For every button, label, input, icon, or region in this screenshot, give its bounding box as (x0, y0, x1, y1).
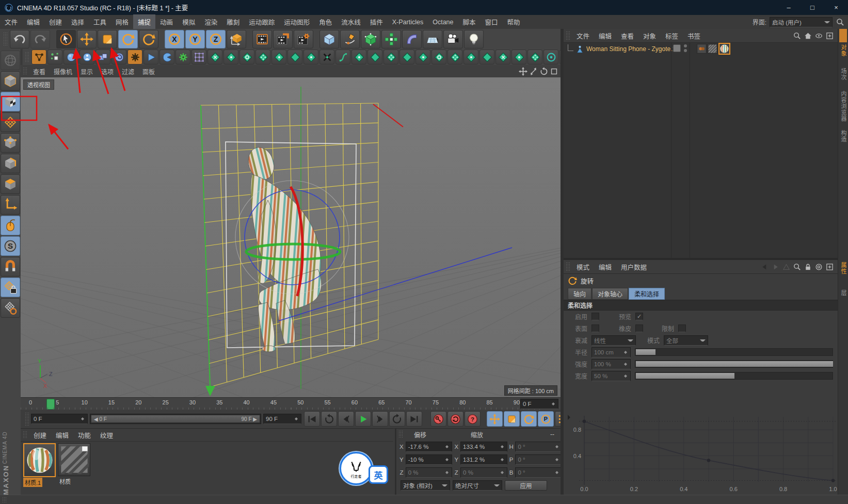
vp-menu-camera[interactable]: 摄像机 (50, 65, 76, 78)
coordinate-system-button[interactable] (227, 30, 246, 48)
xp-burst-diamond-icon3[interactable] (447, 50, 462, 64)
material-tag[interactable] (718, 43, 730, 55)
goto-next-key-button[interactable] (389, 411, 405, 427)
viewport-grip[interactable] (23, 67, 27, 76)
curve-point-end[interactable] (831, 479, 835, 482)
planar-workplane-button[interactable] (1, 298, 20, 318)
menu-file[interactable]: 文件 (0, 14, 22, 29)
menu-plugins[interactable]: 插件 (365, 14, 388, 29)
falloff-curve-graph[interactable]: 0.8 0.4 0.0 0.2 0.4 0.6 0.8 1.0 (567, 413, 837, 498)
menu-simulate[interactable]: 模拟 (178, 14, 200, 29)
tab-takes[interactable]: 场次 (839, 68, 847, 80)
snap-settings-button[interactable]: S (1, 236, 20, 256)
om-menu-bookmarks[interactable]: 书签 (683, 28, 705, 43)
subdivision-surface-button[interactable] (361, 30, 380, 48)
polygons-mode-button[interactable] (1, 174, 20, 194)
om-menu-file[interactable]: 文件 (572, 28, 594, 43)
goto-end-button[interactable] (406, 411, 422, 427)
maximize-button[interactable]: □ (801, 0, 824, 15)
target-icon[interactable] (814, 263, 823, 271)
goto-prev-key-button[interactable] (321, 411, 337, 427)
offset-x-field[interactable]: -17.6 % (406, 442, 453, 452)
render-view-button[interactable] (252, 30, 272, 48)
viewport-toggle-icon[interactable] (550, 67, 558, 76)
tooltab-soft-selection[interactable]: 柔和选择 (629, 288, 665, 300)
viewport-pan-icon[interactable] (519, 67, 527, 76)
frame-field[interactable]: 0 F (520, 399, 558, 409)
redo-button[interactable] (30, 30, 50, 48)
enable-checkbox[interactable] (591, 313, 599, 320)
om-menu-edit[interactable]: 编辑 (594, 28, 616, 43)
rotation-p-field[interactable]: 0 ° (515, 454, 562, 465)
spinner[interactable] (551, 400, 556, 408)
xp-cross-diamond-icon2[interactable] (495, 50, 510, 64)
vp-menu-view[interactable]: 查看 (29, 65, 50, 78)
tab-layers[interactable]: 层 (839, 290, 847, 296)
am-menu-mode[interactable]: 模式 (572, 259, 594, 274)
xp-cross-diamond-icon[interactable] (207, 50, 222, 64)
lock-y-axis-button[interactable]: Y (185, 30, 205, 48)
tooltab-object-axis[interactable]: 对象轴心 (592, 288, 628, 300)
am-add-panel-icon[interactable] (825, 263, 834, 271)
workplane-mode-button[interactable] (1, 112, 20, 132)
search-icon[interactable] (836, 18, 845, 27)
render-settings-button[interactable] (294, 30, 313, 48)
material-item-2[interactable]: 材质 (58, 443, 90, 487)
play-arrow-icon[interactable] (143, 50, 158, 64)
swirl-ball-icon[interactable] (111, 50, 126, 64)
view-label[interactable]: 透视视图 (23, 79, 54, 90)
am-menu-edit[interactable]: 编辑 (594, 259, 616, 274)
strength-field[interactable]: 100 % (591, 359, 631, 369)
undo-button[interactable] (10, 30, 29, 48)
om-search-icon[interactable] (793, 31, 802, 40)
width-slider[interactable] (635, 372, 833, 380)
scale-y-field[interactable]: 131.2 % (460, 454, 507, 465)
emitter-icon[interactable] (159, 50, 174, 64)
figure-ball-icon[interactable] (79, 50, 94, 64)
uv-tag[interactable] (708, 44, 717, 54)
radius-slider[interactable] (635, 348, 833, 356)
ring-dot-icon[interactable] (543, 50, 558, 64)
tab-objects[interactable]: 对象 (839, 44, 847, 57)
viewport-rotate-icon[interactable] (539, 67, 548, 76)
magnet-tool-button[interactable] (1, 257, 20, 277)
lock-z-axis-button[interactable]: Z (206, 30, 226, 48)
mat-menu-texture[interactable]: 纹理 (95, 428, 118, 443)
viewport[interactable]: 透视视图 网格间距 : 100 cm (21, 77, 561, 397)
points-mode-button[interactable] (1, 133, 20, 153)
menu-mesh[interactable]: 网格 (111, 14, 133, 29)
convert-button[interactable] (1, 51, 20, 70)
goto-prev-frame-button[interactable] (338, 411, 354, 427)
xp-ring-diamond-icon2[interactable] (431, 50, 446, 64)
xp-burst-diamond-icon2[interactable] (383, 50, 398, 64)
size-mode-select[interactable]: 绝对尺寸 (453, 480, 502, 491)
xp-dot-diamond-icon7[interactable] (511, 50, 526, 64)
current-frame-field[interactable]: 0 F (31, 414, 88, 424)
section-header[interactable]: 柔和选择 (564, 300, 838, 311)
material-grip[interactable] (23, 431, 27, 440)
texture-mode-button[interactable] (1, 92, 20, 111)
sphere-icon[interactable] (63, 50, 78, 64)
spline-curve-icon[interactable] (335, 50, 350, 64)
selection-tag[interactable] (697, 44, 707, 54)
am-menu-userdata[interactable]: 用户数据 (616, 259, 651, 274)
timeline-ruler[interactable]: 051015202530354045505560657075808590 0 F (21, 397, 561, 411)
surface-checkbox[interactable] (591, 324, 599, 332)
vp-menu-display[interactable]: 显示 (76, 65, 97, 78)
om-eye-icon[interactable] (814, 31, 823, 40)
om-menu-tags[interactable]: 标签 (661, 28, 683, 43)
menu-help[interactable]: 帮助 (503, 14, 525, 29)
menu-character[interactable]: 角色 (314, 14, 337, 29)
menu-octane[interactable]: Octane (428, 16, 458, 28)
menu-sculpt[interactable]: 雕刻 (222, 14, 244, 29)
xp-dot-diamond-icon3[interactable] (303, 50, 318, 64)
rotate-tool[interactable] (118, 30, 138, 48)
vp-menu-options[interactable]: 选项 (97, 65, 118, 78)
history-back-icon[interactable] (760, 263, 769, 271)
light-button[interactable] (464, 30, 484, 48)
menu-script[interactable]: 脚本 (458, 14, 481, 29)
xpresso-icon[interactable] (31, 50, 46, 64)
object-name[interactable]: Woman Sitting Phone - Zygote.1 (586, 45, 676, 53)
green-gear-icon[interactable] (175, 50, 190, 64)
radius-field[interactable]: 100 cm (591, 347, 631, 357)
